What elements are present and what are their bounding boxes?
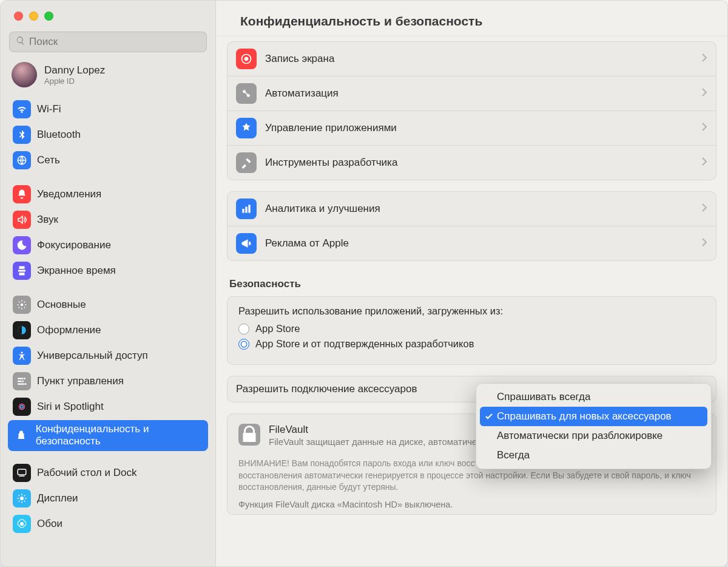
sidebar-item-privacy[interactable]: Конфиденциальность и безопасность (8, 420, 208, 451)
dropdown-option-label: Автоматически при разблокировке (497, 430, 662, 442)
sidebar-item-wallpaper[interactable]: Обои (8, 512, 208, 536)
chevron-right-icon (701, 53, 707, 65)
network-icon (13, 151, 31, 169)
svg-point-1 (21, 304, 24, 307)
row-label: Аналитика и улучшения (265, 203, 701, 215)
accessory-dropdown[interactable]: Спрашивать всегдаСпрашивать для новых ак… (476, 383, 712, 469)
chevron-right-icon (701, 157, 707, 169)
minimize-button[interactable] (29, 12, 38, 21)
screenrec-icon (236, 49, 257, 69)
dropdown-option-label: Спрашивать всегда (497, 391, 590, 403)
sidebar-item-controlcenter[interactable]: Пункт управления (8, 369, 208, 393)
row-devtools[interactable]: Инструменты разработчика (228, 146, 716, 180)
dropdown-option[interactable]: Спрашивать всегда (480, 387, 707, 407)
sidebar-item-label: Дисплеи (37, 492, 78, 504)
sidebar-item-general[interactable]: Основные (8, 293, 208, 317)
privacy-group-1: Запись экранаАвтоматизацияУправление при… (227, 41, 716, 180)
sidebar-item-desktop[interactable]: Рабочий стол и Dock (8, 461, 208, 485)
row-label: Запись экрана (265, 53, 701, 65)
appmgmt-icon (236, 118, 257, 138)
sound-icon (13, 211, 31, 229)
header: Конфиденциальность и безопасность (216, 1, 727, 36)
automation-icon (236, 83, 257, 104)
radio-appstore-identified[interactable]: App Store и от подтвержденных разработчи… (238, 338, 705, 350)
dropdown-option[interactable]: Автоматически при разблокировке (480, 426, 707, 446)
wifi-icon (13, 100, 31, 118)
row-label: Управление приложениями (265, 122, 701, 134)
sidebar-item-label: Фокусирование (37, 239, 111, 251)
radio-icon (238, 324, 249, 334)
sidebar-item-wifi[interactable]: Wi-Fi (8, 97, 208, 121)
general-icon (13, 296, 31, 314)
allow-downloads-label: Разрешить использование приложений, загр… (238, 305, 705, 317)
radio-appstore[interactable]: App Store (238, 323, 705, 334)
svg-point-13 (20, 522, 24, 526)
sidebar-item-label: Обои (37, 518, 62, 530)
main-area: Конфиденциальность и безопасность Запись… (216, 1, 727, 566)
security-section-title: Безопасность (224, 272, 719, 296)
sidebar-item-accessibility[interactable]: Универсальный доступ (8, 344, 208, 368)
sidebar-item-label: Звук (37, 214, 58, 226)
sidebar-item-label: Экранное время (37, 265, 116, 277)
dropdown-option[interactable]: Всегда (480, 446, 707, 465)
sidebar-item-displays[interactable]: Дисплеи (8, 486, 208, 511)
sidebar-item-appearance[interactable]: Оформление (8, 318, 208, 342)
analytics-icon (236, 199, 257, 219)
notifications-icon (13, 185, 31, 203)
svg-point-3 (21, 351, 23, 353)
account-name: Danny Lopez (44, 64, 105, 76)
filevault-status: Функция FileVault диска «Macintosh HD» в… (228, 496, 716, 514)
search-icon (16, 36, 29, 48)
screentime-icon (13, 262, 31, 280)
settings-window: Danny Lopez Apple ID Wi-FiBluetoothСетьУ… (0, 0, 728, 567)
radio-label: App Store и от подтвержденных разработчи… (255, 338, 474, 350)
allow-downloads-panel: Разрешить использование приложений, загр… (227, 296, 716, 365)
sidebar-item-siri[interactable]: Siri и Spotlight (8, 395, 208, 419)
svg-rect-20 (248, 205, 250, 212)
sidebar-item-sound[interactable]: Звук (8, 208, 208, 232)
search-field[interactable] (9, 32, 207, 52)
sidebar-item-label: Сеть (37, 154, 60, 166)
close-button[interactable] (14, 12, 23, 21)
sidebar-item-focus[interactable]: Фокусирование (8, 233, 208, 257)
page-title: Конфиденциальность и безопасность (240, 14, 710, 29)
appearance-icon (13, 321, 31, 339)
devtools-icon (236, 152, 257, 173)
privacy-icon (13, 426, 30, 444)
row-appmgmt[interactable]: Управление приложениями (228, 111, 716, 146)
sidebar-item-label: Wi-Fi (37, 103, 61, 115)
sidebar-item-label: Уведомления (37, 188, 101, 200)
svg-rect-19 (245, 207, 247, 213)
focus-icon (13, 236, 31, 254)
sidebar-item-bluetooth[interactable]: Bluetooth (8, 123, 208, 147)
sidebar-item-label: Siri и Spotlight (37, 401, 104, 413)
displays-icon (13, 489, 31, 508)
row-label: Инструменты разработчика (265, 157, 701, 169)
wallpaper-icon (13, 515, 31, 533)
sidebar-item-label: Основные (37, 299, 86, 311)
privacy-group-2: Аналитика и улучшенияРеклама от Apple (227, 191, 716, 261)
row-automation[interactable]: Автоматизация (228, 76, 716, 111)
row-ads[interactable]: Реклама от Apple (228, 226, 716, 260)
row-analytics[interactable]: Аналитика и улучшения (228, 192, 716, 226)
dropdown-option[interactable]: Спрашивать для новых аксессуаров (480, 407, 707, 426)
sidebar-list: Wi-FiBluetoothСетьУведомленияЗвукФокусир… (1, 93, 215, 549)
sidebar-item-network[interactable]: Сеть (8, 148, 208, 172)
row-label: Автоматизация (265, 87, 701, 100)
account-row[interactable]: Danny Lopez Apple ID (1, 57, 215, 93)
accessibility-icon (13, 347, 31, 365)
row-label: Реклама от Apple (265, 237, 701, 250)
sidebar-item-screentime[interactable]: Экранное время (8, 259, 208, 283)
controlcenter-icon (13, 372, 31, 390)
row-screenrec[interactable]: Запись экрана (228, 42, 716, 76)
window-controls (1, 1, 215, 25)
svg-point-6 (25, 383, 27, 385)
radio-label: App Store (255, 323, 300, 334)
content: Запись экранаАвтоматизацияУправление при… (216, 36, 727, 566)
sidebar-item-notifications[interactable]: Уведомления (8, 182, 208, 206)
search-input[interactable] (29, 36, 200, 48)
desktop-icon (13, 464, 31, 482)
filevault-icon (238, 424, 260, 446)
dropdown-option-label: Всегда (497, 449, 530, 461)
zoom-button[interactable] (44, 12, 53, 21)
